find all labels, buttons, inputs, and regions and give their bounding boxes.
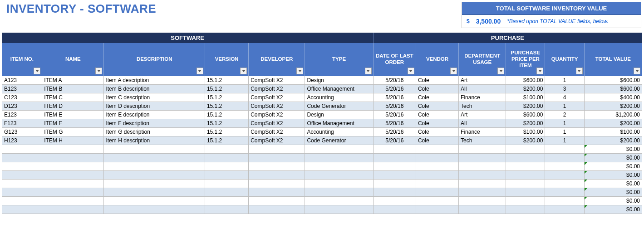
cell-total[interactable]: $0.00 [584,188,642,196]
cell-developer[interactable]: CompSoft X2 [249,102,305,110]
table-row[interactable]: H123ITEM HItem H description15.1.2CompSo… [2,136,642,145]
cell-dept[interactable] [459,188,506,196]
cell-developer[interactable] [249,205,305,214]
cell-developer[interactable] [249,179,305,188]
cell-developer[interactable]: CompSoft X2 [249,76,305,84]
cell-dept[interactable]: Finance [459,93,506,102]
cell-item_no[interactable] [2,145,42,153]
cell-date[interactable] [373,196,416,205]
cell-version[interactable]: 15.1.2 [205,93,248,102]
cell-version[interactable] [205,153,248,162]
cell-vendor[interactable] [416,188,458,196]
cell-developer[interactable]: CompSoft X2 [249,136,305,145]
cell-price[interactable] [506,145,545,153]
cell-qty[interactable]: 4 [545,93,584,102]
cell-date[interactable]: 5/20/16 [373,136,416,145]
cell-qty[interactable] [545,170,584,179]
cell-date[interactable]: 5/20/16 [373,76,416,84]
cell-version[interactable] [205,145,248,153]
cell-dept[interactable] [459,145,506,153]
cell-version[interactable]: 15.1.2 [205,84,248,93]
table-row[interactable]: E123ITEM EItem E description15.1.2CompSo… [2,110,642,119]
cell-qty[interactable] [545,162,584,170]
cell-dept[interactable]: All [459,119,506,127]
cell-description[interactable] [104,170,205,179]
cell-qty[interactable] [545,188,584,196]
cell-description[interactable]: Item C description [104,93,205,102]
cell-type[interactable] [305,196,373,205]
cell-description[interactable]: Item D description [104,102,205,110]
cell-price[interactable]: $100.00 [506,127,545,136]
cell-vendor[interactable] [416,196,458,205]
filter-dropdown-icon[interactable] [365,68,372,74]
cell-qty[interactable]: 1 [545,127,584,136]
cell-type[interactable]: Code Generator [305,102,373,110]
cell-name[interactable] [42,188,104,196]
cell-price[interactable]: $200.00 [506,84,545,93]
cell-developer[interactable] [249,153,305,162]
cell-total[interactable]: $200.00 [584,136,642,145]
cell-developer[interactable] [249,162,305,170]
cell-total[interactable]: $200.00 [584,102,642,110]
table-row[interactable]: B123ITEM BItem B description15.1.2CompSo… [2,84,642,93]
cell-version[interactable]: 15.1.2 [205,136,248,145]
cell-item_no[interactable]: E123 [2,110,42,119]
cell-item_no[interactable] [2,179,42,188]
cell-item_no[interactable]: A123 [2,76,42,84]
cell-qty[interactable]: 1 [545,76,584,84]
cell-description[interactable] [104,179,205,188]
cell-qty[interactable]: 1 [545,102,584,110]
cell-date[interactable] [373,179,416,188]
filter-dropdown-icon[interactable] [634,68,640,74]
cell-developer[interactable]: CompSoft X2 [249,84,305,93]
cell-price[interactable]: $600.00 [506,76,545,84]
table-row-empty[interactable]: $0.00 [2,205,642,214]
table-row[interactable]: G123ITEM GItem G description15.1.2CompSo… [2,127,642,136]
cell-price[interactable] [506,162,545,170]
cell-item_no[interactable]: H123 [2,136,42,145]
cell-item_no[interactable]: B123 [2,84,42,93]
cell-total[interactable]: $1,200.00 [584,110,642,119]
cell-qty[interactable] [545,153,584,162]
cell-date[interactable]: 5/20/16 [373,102,416,110]
cell-version[interactable] [205,179,248,188]
cell-dept[interactable]: Finance [459,127,506,136]
cell-type[interactable]: Accounting [305,93,373,102]
table-row-empty[interactable]: $0.00 [2,196,642,205]
cell-name[interactable]: ITEM A [42,76,104,84]
filter-dropdown-icon[interactable] [408,68,414,74]
cell-dept[interactable] [459,205,506,214]
cell-vendor[interactable] [416,170,458,179]
cell-price[interactable] [506,153,545,162]
cell-description[interactable]: Item G description [104,127,205,136]
cell-vendor[interactable] [416,162,458,170]
filter-dropdown-icon[interactable] [296,68,303,74]
cell-developer[interactable]: CompSoft X2 [249,110,305,119]
cell-total[interactable]: $0.00 [584,153,642,162]
cell-date[interactable] [373,170,416,179]
cell-item_no[interactable]: G123 [2,127,42,136]
cell-date[interactable] [373,205,416,214]
cell-version[interactable] [205,188,248,196]
cell-qty[interactable]: 3 [545,84,584,93]
cell-total[interactable]: $0.00 [584,196,642,205]
table-row-empty[interactable]: $0.00 [2,145,642,153]
cell-type[interactable] [305,179,373,188]
table-row-empty[interactable]: $0.00 [2,153,642,162]
cell-total[interactable]: $200.00 [584,119,642,127]
cell-dept[interactable]: Art [459,76,506,84]
cell-dept[interactable] [459,170,506,179]
cell-name[interactable]: ITEM D [42,102,104,110]
cell-price[interactable]: $600.00 [506,110,545,119]
cell-vendor[interactable]: Cole [416,110,458,119]
cell-dept[interactable]: All [459,84,506,93]
cell-name[interactable]: ITEM C [42,93,104,102]
cell-vendor[interactable]: Cole [416,93,458,102]
cell-name[interactable]: ITEM B [42,84,104,93]
cell-date[interactable]: 5/20/16 [373,119,416,127]
cell-vendor[interactable]: Cole [416,84,458,93]
cell-dept[interactable]: Tech [459,136,506,145]
cell-item_no[interactable] [2,188,42,196]
cell-type[interactable] [305,170,373,179]
cell-item_no[interactable] [2,196,42,205]
